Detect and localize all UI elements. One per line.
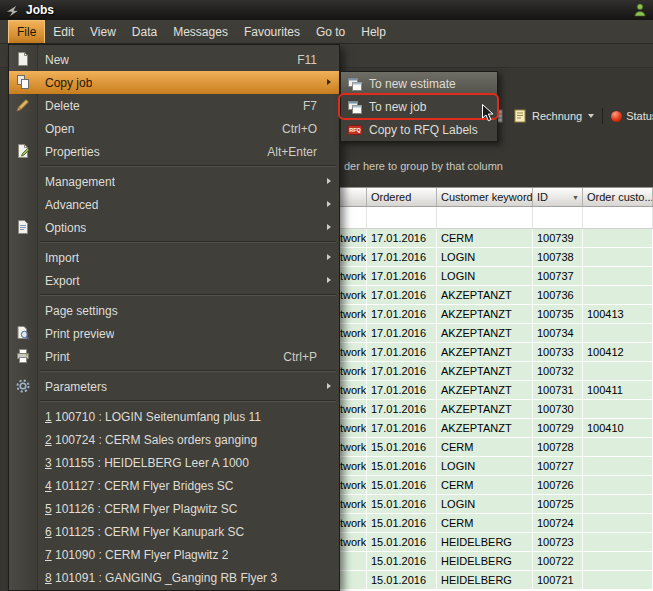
file-menu-item-print-preview[interactable]: Print preview — [9, 322, 339, 345]
menu-item-label: Options — [45, 221, 86, 235]
menu-data[interactable]: Data — [124, 20, 165, 43]
table-row[interactable]: twork15.01.2016CERM100724 — [340, 514, 653, 533]
table-row[interactable]: twork17.01.2016AKZEPTANZT100736 — [340, 286, 653, 305]
file-menu-item-8-101091-ganging-ganging-rb-flyer-3[interactable]: 8 101091 : GANGING _Ganging RB Flyer 3 — [9, 566, 339, 589]
cell-network: twork — [340, 343, 367, 361]
cell-ordered: 15.01.2016 — [367, 533, 437, 551]
table-row[interactable]: twork17.01.2016AKZEPTANZT100735100413 — [340, 305, 653, 324]
table-row[interactable]: twork17.01.2016AKZEPTANZT100732 — [340, 362, 653, 381]
cell-customer-keyword: HEIDELBERG — [437, 552, 533, 570]
table-row[interactable]: twork17.01.2016AKZEPTANZT100729100410 — [340, 419, 653, 438]
filter-cell-id[interactable] — [533, 207, 583, 228]
submenu-arrow-icon — [327, 178, 331, 184]
table-row[interactable]: twork17.01.2016CERM100739 — [340, 229, 653, 248]
file-menu-item-1-100710-login-seitenumfang-plus-11[interactable]: 1 100710 : LOGIN Seitenumfang plus 11 — [9, 405, 339, 428]
invoice-button-label: Rechnung — [532, 110, 582, 122]
column-header-order-custo[interactable]: Order custo... — [583, 188, 653, 206]
table-row[interactable]: twork17.01.2016AKZEPTANZT100734 — [340, 324, 653, 343]
submenu-item-to-new-estimate[interactable]: To new estimate — [341, 72, 497, 95]
cell-ordered: 17.01.2016 — [367, 400, 437, 418]
filter-cell-order-custo[interactable] — [583, 207, 653, 228]
table-row[interactable]: twork17.01.2016AKZEPTANZT100731100411 — [340, 381, 653, 400]
menu-item-label: Print — [45, 350, 70, 364]
file-menu-item-options[interactable]: Options — [9, 216, 339, 239]
file-menu-item-properties[interactable]: PropertiesAlt+Enter — [9, 140, 339, 163]
column-header-id[interactable]: ID▼ — [533, 188, 583, 206]
invoice-button[interactable]: Rechnung — [508, 106, 598, 126]
table-row[interactable]: twork17.01.2016AKZEPTANZT100730 — [340, 400, 653, 419]
table-row[interactable]: twork15.01.2016LOGIN100727 — [340, 457, 653, 476]
cell-order-customer — [583, 438, 653, 456]
submenu-item-to-new-job[interactable]: To new job — [341, 95, 497, 118]
menu-favourites[interactable]: Favourites — [236, 20, 308, 43]
file-menu-item-2-100724-cerm-sales-orders-ganging[interactable]: 2 100724 : CERM Sales orders ganging — [9, 428, 339, 451]
table-row[interactable]: twork15.01.2016HEIDELBERG100723 — [340, 533, 653, 552]
column-header-ordered[interactable]: Ordered — [367, 188, 437, 206]
menu-go-to[interactable]: Go to — [308, 20, 353, 43]
cell-order-customer — [583, 286, 653, 304]
table-row[interactable]: twork15.01.2016CERM100726 — [340, 476, 653, 495]
cell-network: twork — [340, 400, 367, 418]
file-menu-item-import[interactable]: Import — [9, 246, 339, 269]
menu-edit[interactable]: Edit — [45, 20, 82, 43]
file-menu-item-5-101126-cerm-flyer-plagwitz-sc[interactable]: 5 101126 : CERM Flyer Plagwitz SC — [9, 497, 339, 520]
submenu-arrow-icon — [327, 224, 331, 230]
file-menu-item-advanced[interactable]: Advanced — [9, 193, 339, 216]
table-row[interactable]: twork15.01.2016CERM100728 — [340, 438, 653, 457]
menu-item-label: 7 101090 : CERM Flyer Plagwitz 2 — [45, 548, 228, 562]
cell-network: twork — [340, 457, 367, 475]
cell-network: twork — [340, 419, 367, 437]
status-button[interactable]: Status änd — [607, 108, 653, 124]
file-menu-item-export[interactable]: Export — [9, 269, 339, 292]
menu-help[interactable]: Help — [353, 20, 394, 43]
title-bar: Jobs — [0, 0, 653, 20]
column-header-customer-keyword[interactable]: Customer keyword — [437, 188, 533, 206]
menu-messages[interactable]: Messages — [165, 20, 236, 43]
user-icon[interactable] — [632, 2, 648, 18]
filter-cell-ordered[interactable] — [367, 207, 437, 228]
column-header-hidden[interactable] — [340, 188, 367, 206]
file-menu-item-4-101127-cerm-flyer-bridges-sc[interactable]: 4 101127 : CERM Flyer Bridges SC — [9, 474, 339, 497]
group-by-hint: der here to group by that column — [344, 160, 503, 172]
file-menu-item-management[interactable]: Management — [9, 170, 339, 193]
cell-network: twork — [340, 476, 367, 494]
menu-file[interactable]: File — [8, 20, 45, 43]
file-menu-item-copy-job[interactable]: Copy job — [9, 71, 339, 94]
filter-cell-hidden[interactable] — [340, 207, 367, 228]
submenu-item-label: To new job — [369, 100, 426, 114]
menu-bar: FileEditViewDataMessagesFavouritesGo toH… — [0, 20, 653, 44]
file-menu-item-new[interactable]: NewF11 — [9, 48, 339, 71]
table-row[interactable]: 15.01.2016HEIDELBERG100722 — [340, 552, 653, 571]
table-row[interactable]: 15.01.2016HEIDELBERG100721 — [340, 571, 653, 590]
file-menu-item-delete[interactable]: DeleteF7 — [9, 94, 339, 117]
filter-cell-customer-keyword[interactable] — [437, 207, 533, 228]
file-menu-item-3-101155-heidelberg-leer-a-1000[interactable]: 3 101155 : HEIDELBERG Leer A 1000 — [9, 451, 339, 474]
file-menu-item-7-101090-cerm-flyer-plagwitz-2[interactable]: 7 101090 : CERM Flyer Plagwitz 2 — [9, 543, 339, 566]
file-menu: NewF11Copy jobDeleteF7OpenCtrl+OProperti… — [8, 44, 340, 591]
file-menu-item-parameters[interactable]: Parameters — [9, 375, 339, 398]
table-row[interactable]: twork15.01.2016LOGIN100725 — [340, 495, 653, 514]
file-menu-item-print[interactable]: PrintCtrl+P — [9, 345, 339, 368]
group-by-bar[interactable]: der here to group by that column — [340, 150, 653, 187]
jobs-table: twork17.01.2016CERM100739twork17.01.2016… — [340, 229, 653, 591]
cell-customer-keyword: AKZEPTANZT — [437, 362, 533, 380]
cell-customer-keyword: HEIDELBERG — [437, 533, 533, 551]
table-row[interactable]: twork17.01.2016AKZEPTANZT100733100412 — [340, 343, 653, 362]
menu-view[interactable]: View — [82, 20, 124, 43]
chevron-down-icon — [588, 114, 594, 118]
table-row[interactable]: twork17.01.2016LOGIN100738 — [340, 248, 653, 267]
cell-network: twork — [340, 267, 367, 285]
column-header-label: Order custo... — [587, 191, 653, 203]
menu-item-label: Advanced — [45, 198, 98, 212]
cell-customer-keyword: LOGIN — [437, 457, 533, 475]
file-menu-item-6-101125-cerm-flyer-kanupark-sc[interactable]: 6 101125 : CERM Flyer Kanupark SC — [9, 520, 339, 543]
cell-network: twork — [340, 229, 367, 247]
cell-order-customer: 100410 — [583, 419, 653, 437]
submenu-item-copy-to-rfq-labels[interactable]: RFQCopy to RFQ Labels — [341, 118, 497, 141]
file-menu-item-page-settings[interactable]: Page settings — [9, 299, 339, 322]
cell-network — [340, 552, 367, 570]
file-menu-item-open[interactable]: OpenCtrl+O — [9, 117, 339, 140]
app-window: Jobs FileEditViewDataMessagesFavouritesG… — [0, 0, 653, 591]
table-row[interactable]: twork17.01.2016LOGIN100737 — [340, 267, 653, 286]
cell-id: 100722 — [533, 552, 583, 570]
